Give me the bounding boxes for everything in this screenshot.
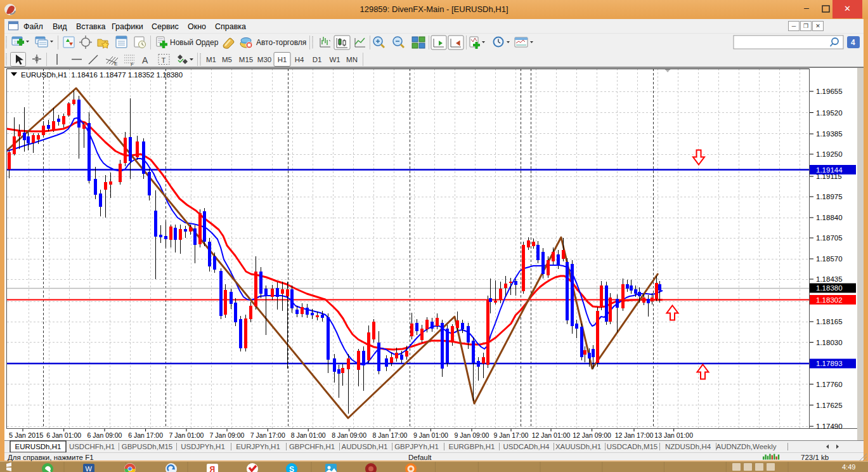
svg-text:GBPUSDh,M15: GBPUSDh,M15 [122, 443, 173, 450]
svg-text:1.19250: 1.19250 [816, 150, 843, 158]
svg-text:4:49: 4:49 [842, 463, 855, 471]
svg-text:AUDUSDh,H1: AUDUSDh,H1 [342, 443, 388, 450]
svg-text:6 Jan 09:00: 6 Jan 09:00 [87, 431, 122, 439]
svg-text:1.18435: 1.18435 [816, 275, 843, 283]
svg-text:1.18570: 1.18570 [816, 255, 843, 263]
svg-text:S: S [289, 465, 294, 472]
svg-text:1.19655: 1.19655 [816, 88, 843, 95]
svg-text:1.19144: 1.19144 [816, 166, 843, 174]
svg-text:8 Jan 17:00: 8 Jan 17:00 [373, 431, 408, 439]
svg-text:8 Jan 09:00: 8 Jan 09:00 [332, 431, 366, 439]
svg-text:1.17893: 1.17893 [816, 360, 843, 367]
svg-text:EURUSDh,H1: EURUSDh,H1 [15, 443, 62, 450]
svg-text:1.19385: 1.19385 [816, 130, 843, 138]
svg-text:9 Jan 09:00: 9 Jan 09:00 [455, 431, 489, 439]
svg-text:12 Jan 17:00: 12 Jan 17:00 [615, 431, 654, 439]
svg-text:1.18705: 1.18705 [816, 234, 843, 242]
svg-text:5 Jan 2015: 5 Jan 2015 [9, 431, 43, 439]
svg-text:XAUUSDh,H1: XAUUSDh,H1 [555, 443, 601, 450]
svg-text:1.18380: 1.18380 [816, 284, 843, 292]
svg-text:GBPCHFh,H1: GBPCHFh,H1 [289, 443, 335, 450]
svg-text:1.18302: 1.18302 [816, 296, 843, 304]
svg-text:W: W [86, 465, 93, 472]
svg-text:1.18165: 1.18165 [816, 318, 843, 325]
svg-text:1.19520: 1.19520 [816, 109, 843, 117]
svg-text:1.17760: 1.17760 [816, 381, 843, 388]
svg-text:1.18975: 1.18975 [816, 193, 843, 200]
svg-text:8 Jan 01:00: 8 Jan 01:00 [291, 431, 326, 439]
svg-text:NZDUSDh,H4: NZDUSDh,H4 [665, 443, 711, 450]
svg-text:USDCADh,H4: USDCADh,H4 [503, 443, 550, 450]
svg-text:6 Jan 17:00: 6 Jan 17:00 [128, 431, 163, 439]
svg-text:13 Jan 01:00: 13 Jan 01:00 [654, 431, 693, 439]
svg-text:12 Jan 01:00: 12 Jan 01:00 [532, 431, 571, 439]
svg-text:1.17490: 1.17490 [816, 423, 843, 430]
svg-text:7 Jan 09:00: 7 Jan 09:00 [210, 431, 245, 439]
svg-text:12 Jan 09:00: 12 Jan 09:00 [573, 431, 611, 439]
svg-text:1.17625: 1.17625 [816, 402, 843, 409]
svg-text:6 Jan 01:00: 6 Jan 01:00 [46, 431, 81, 439]
svg-text:7 Jan 01:00: 7 Jan 01:00 [169, 431, 204, 439]
svg-text:EURGBPh,H1: EURGBPh,H1 [449, 443, 495, 450]
svg-text:1.18840: 1.18840 [816, 214, 843, 221]
svg-text:EURUSDh,H1 1.18416 1.18477 1.: EURUSDh,H1 1.18416 1.18477 1.18352 1.183… [21, 71, 183, 79]
svg-text:GBPJPYh,H1: GBPJPYh,H1 [394, 443, 439, 450]
svg-text:USDJPYh,H1: USDJPYh,H1 [181, 443, 225, 450]
svg-text:7 Jan 17:00: 7 Jan 17:00 [250, 431, 285, 439]
svg-text:USDCADh,M15: USDCADh,M15 [607, 443, 658, 450]
svg-text:AUDNZDh,Weekly: AUDNZDh,Weekly [716, 443, 777, 450]
svg-text:9 Jan 17:00: 9 Jan 17:00 [494, 431, 529, 439]
svg-text:1.18030: 1.18030 [816, 339, 843, 346]
svg-text:9 Jan 01:00: 9 Jan 01:00 [413, 431, 448, 439]
svg-text:EURJPYh,H1: EURJPYh,H1 [236, 443, 280, 450]
svg-text:USDCHFh,H1: USDCHFh,H1 [69, 443, 115, 450]
svg-text:Я: Я [210, 465, 216, 472]
